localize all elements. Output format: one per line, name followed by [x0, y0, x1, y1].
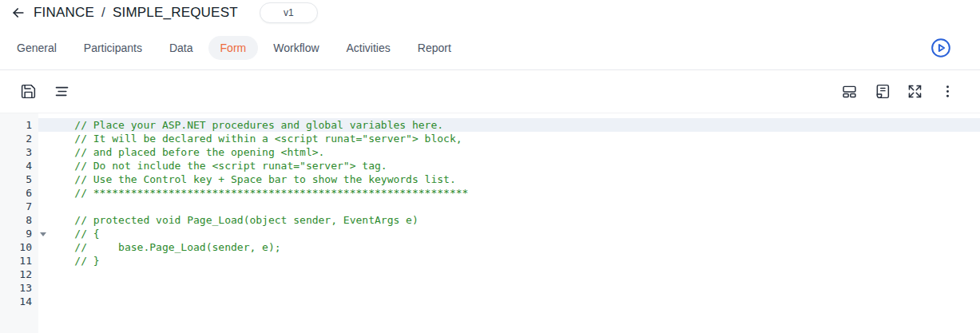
- breadcrumb: FINANCE / SIMPLE_REQUEST: [34, 5, 238, 21]
- code-text: // Place your ASP.NET procedures and glo…: [38, 118, 980, 132]
- page-header: FINANCE / SIMPLE_REQUEST v1: [0, 0, 980, 26]
- code-line[interactable]: 12: [0, 268, 980, 281]
- save-button[interactable]: [19, 83, 37, 101]
- code-line[interactable]: 13: [0, 281, 980, 295]
- tab-form[interactable]: Form: [208, 36, 259, 60]
- layout-button[interactable]: [840, 83, 858, 101]
- line-number: 14: [0, 295, 38, 308]
- line-number: 4: [0, 159, 38, 172]
- code-text: // {: [38, 227, 980, 240]
- tab-activities[interactable]: Activities: [335, 36, 403, 60]
- breadcrumb-app: FINANCE: [34, 5, 94, 21]
- code-line[interactable]: 11 // }: [0, 254, 980, 268]
- editor-toolbar: [0, 70, 980, 113]
- code-text: [38, 200, 980, 213]
- code-text: // and placed before the opening <html>.: [38, 145, 980, 159]
- script-scroll-icon: [874, 83, 891, 100]
- code-text: // Use the Control key + Space bar to sh…: [38, 172, 980, 186]
- code-line[interactable]: 6 // ***********************************…: [0, 186, 980, 200]
- toolbar-right-group: [840, 83, 956, 101]
- tab-data[interactable]: Data: [157, 36, 205, 60]
- code-line[interactable]: 7: [0, 200, 980, 213]
- code-text: // }: [38, 254, 980, 268]
- editor-lines: 1 // Place your ASP.NET procedures and g…: [0, 113, 980, 308]
- breadcrumb-separator: /: [101, 5, 105, 21]
- code-text: [38, 268, 980, 281]
- breadcrumb-page: SIMPLE_REQUEST: [113, 5, 238, 21]
- format-lines-icon: [54, 83, 70, 100]
- arrow-left-icon: [10, 5, 26, 21]
- tab-general[interactable]: General: [5, 36, 69, 60]
- save-icon: [20, 83, 37, 100]
- line-number: 6: [0, 186, 38, 200]
- code-line[interactable]: 8 // protected void Page_Load(object sen…: [0, 213, 980, 227]
- code-line[interactable]: 14: [0, 295, 980, 308]
- script-button[interactable]: [873, 83, 891, 101]
- tab-bar: General Participants Data Form Workflow …: [0, 26, 980, 70]
- code-text: // base.Page_Load(sender, e);: [38, 240, 980, 254]
- code-line[interactable]: 2 // It will be declared within a <scrip…: [0, 132, 980, 145]
- line-number: 13: [0, 281, 38, 295]
- back-button[interactable]: [8, 2, 29, 23]
- fullscreen-button[interactable]: [906, 83, 923, 101]
- code-line[interactable]: 1 // Place your ASP.NET procedures and g…: [0, 118, 980, 132]
- tab-report[interactable]: Report: [406, 36, 463, 60]
- code-text: // protected void Page_Load(object sende…: [38, 213, 980, 227]
- fold-caret-icon[interactable]: [40, 232, 46, 236]
- line-number: 9: [0, 227, 38, 240]
- line-number: 3: [0, 145, 38, 159]
- version-badge[interactable]: v1: [260, 2, 318, 23]
- code-line[interactable]: 4 // Do not include the <script runat="s…: [0, 159, 980, 172]
- run-button[interactable]: [929, 36, 953, 60]
- code-text: [38, 281, 980, 295]
- version-label: v1: [284, 7, 294, 18]
- code-text: [38, 295, 980, 308]
- code-line[interactable]: 5 // Use the Control key + Space bar to …: [0, 172, 980, 186]
- layout-icon: [841, 83, 858, 100]
- code-line[interactable]: 10 // base.Page_Load(sender, e);: [0, 240, 980, 254]
- line-number: 7: [0, 200, 38, 213]
- line-number: 12: [0, 268, 38, 281]
- line-number: 11: [0, 254, 38, 268]
- play-circle-icon: [930, 37, 952, 59]
- toolbar-left-group: [19, 83, 70, 101]
- line-number: 8: [0, 213, 38, 227]
- tab-workflow[interactable]: Workflow: [261, 36, 331, 60]
- code-editor[interactable]: 1 // Place your ASP.NET procedures and g…: [0, 113, 980, 333]
- line-number: 10: [0, 240, 38, 254]
- more-options-button[interactable]: [938, 83, 956, 101]
- code-text: // *************************************…: [38, 186, 980, 200]
- line-number: 5: [0, 172, 38, 186]
- format-button[interactable]: [53, 83, 70, 101]
- code-line[interactable]: 9 // {: [0, 227, 980, 240]
- line-number: 1: [0, 118, 38, 132]
- line-number: 2: [0, 132, 38, 145]
- expand-icon: [907, 83, 923, 100]
- code-line[interactable]: 3 // and placed before the opening <html…: [0, 145, 980, 159]
- kebab-menu-icon: [939, 83, 956, 100]
- code-text: // It will be declared within a <script …: [38, 132, 980, 145]
- tab-participants[interactable]: Participants: [72, 36, 154, 60]
- code-text: // Do not include the <script runat="ser…: [38, 159, 980, 172]
